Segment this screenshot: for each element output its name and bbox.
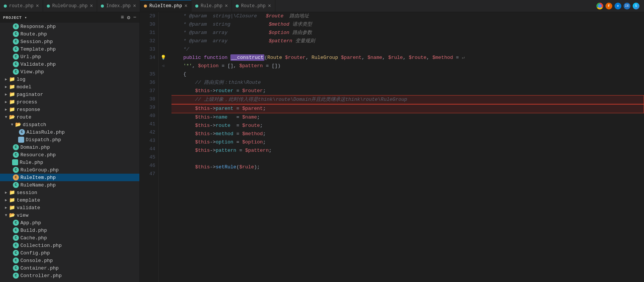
sidebar-label-process: process	[17, 99, 37, 105]
code-line-31: * @param array $option 路由参数	[171, 29, 644, 37]
sidebar-label-aliasrule: AliasRule.php	[26, 129, 65, 135]
code-line-40: $this->name = $name;	[171, 113, 644, 122]
sidebar-settings-icon[interactable]: ⚙	[127, 14, 130, 21]
tab-close-rulegroup[interactable]: ×	[90, 3, 93, 9]
sidebar-item-dispatch-folder[interactable]: ▼ 📂 dispatch	[0, 121, 139, 128]
code-line-42: $this->method = $method;	[171, 130, 644, 138]
arrow-session: ▶	[3, 190, 9, 195]
sidebar-item-session-folder[interactable]: ▶ 📁 session	[0, 189, 139, 196]
folder-icon-session: 📁	[9, 190, 15, 196]
line-numbers: 29 30 31 32 33 34 — 35 36 37 38 39 40 41…	[140, 12, 159, 282]
file-icon-response: C	[13, 23, 19, 29]
sidebar-item-process[interactable]: ▶ 📁 process	[0, 98, 139, 106]
sidebar-item-resource[interactable]: C Resource.php	[0, 151, 139, 159]
sidebar-item-container[interactable]: C Container.php	[0, 264, 139, 272]
sidebar[interactable]: Project ▾ ≡ ⚙ − C Response.php C Route.p…	[0, 12, 140, 282]
tab-close-route2[interactable]: ×	[268, 3, 271, 9]
ie-icon[interactable]: IE	[624, 3, 630, 9]
sidebar-item-aliasrule[interactable]: C AliasRule.php	[0, 128, 139, 136]
tab-close-route[interactable]: ×	[36, 3, 39, 9]
code-line-37: $this->router = $router;	[171, 87, 644, 95]
sidebar-item-validate[interactable]: C Validate.php	[0, 60, 139, 68]
sidebar-collapse-icon[interactable]: ≡	[121, 14, 124, 21]
sidebar-label-log: log	[17, 77, 25, 82]
sidebar-label-resource: Resource.php	[20, 152, 56, 158]
tab-rule-php[interactable]: Rule.php ×	[192, 0, 232, 12]
folder-icon-model: 📁	[9, 84, 15, 90]
tab-route2-php[interactable]: Route.php ×	[232, 0, 275, 12]
gutter-icons: 💡 ◁	[159, 12, 168, 282]
code-line-45	[171, 155, 644, 163]
sidebar-item-app[interactable]: C App.php	[0, 219, 139, 227]
sidebar-item-url[interactable]: C Url.php	[0, 53, 139, 60]
arrow-view: ▼	[3, 213, 9, 217]
sidebar-label-domain: Domain.php	[20, 145, 50, 150]
tab-ruleitem-php[interactable]: RuleItem.php ×	[140, 0, 192, 12]
tab-close-ruleitem[interactable]: ×	[184, 3, 187, 9]
tab-route-php[interactable]: route.php ×	[0, 0, 43, 12]
folder-icon-view: 📂	[9, 212, 15, 218]
tab-dot-rulegroup	[47, 5, 50, 8]
sidebar-item-view[interactable]: C View.php	[0, 68, 139, 76]
sidebar-header: Project ▾ ≡ ⚙ −	[0, 12, 139, 23]
folder-icon-dispatch: 📂	[15, 122, 21, 128]
sidebar-item-validate-folder[interactable]: ▶ 📁 validate	[0, 204, 139, 211]
sidebar-item-config[interactable]: C Config.php	[0, 249, 139, 257]
sidebar-item-build[interactable]: C Build.php	[0, 227, 139, 234]
folder-icon-route: 📂	[9, 114, 15, 120]
sidebar-label-cache: Cache.php	[20, 235, 47, 241]
sidebar-item-view-folder[interactable]: ▼ 📂 view	[0, 211, 139, 219]
edge-icon[interactable]: e	[615, 3, 621, 9]
sidebar-item-session[interactable]: C Session.php	[0, 38, 139, 45]
sidebar-item-collection[interactable]: C Collection.php	[0, 242, 139, 249]
sidebar-item-paginator[interactable]: ▶ 📁 paginator	[0, 91, 139, 98]
tab-close-index[interactable]: ×	[133, 3, 136, 9]
sidebar-item-response-folder[interactable]: ▶ 📁 response	[0, 106, 139, 113]
tab-rulegroup-php[interactable]: RuleGroup.php ×	[43, 0, 97, 12]
sidebar-item-rulegroup[interactable]: C RuleGroup.php	[0, 166, 139, 174]
sidebar-item-template[interactable]: C Template.php	[0, 45, 139, 53]
sidebar-item-route-folder[interactable]: ▼ 📂 route	[0, 113, 139, 121]
code-content: * @param string|\Closure $route 路由地址 * @…	[168, 12, 644, 282]
sidebar-item-console[interactable]: C Console.php	[0, 257, 139, 264]
sidebar-item-route[interactable]: C Route.php	[0, 30, 139, 38]
arrow-model: ▶	[3, 85, 9, 89]
sidebar-item-rulename[interactable]: C RuleName.php	[0, 181, 139, 189]
sidebar-label-controller: Controller.php	[20, 273, 62, 279]
sidebar-item-domain[interactable]: C Domain.php	[0, 143, 139, 151]
tab-index-php[interactable]: Index.php ×	[97, 0, 140, 12]
sidebar-label-container: Container.php	[20, 265, 59, 271]
sidebar-controls: ≡ ⚙ −	[121, 14, 136, 21]
sidebar-item-rule[interactable]: Rule.php	[0, 159, 139, 166]
sidebar-label-rulegroup: RuleGroup.php	[20, 167, 59, 173]
sidebar-label-template-folder: template	[17, 197, 40, 203]
file-icon-ruleitem: C	[13, 174, 19, 180]
tab-close-rule[interactable]: ×	[225, 3, 228, 9]
sidebar-label-session: Session.php	[20, 39, 53, 45]
arrow-route: ▼	[3, 115, 9, 119]
code-editor[interactable]: 29 30 31 32 33 34 — 35 36 37 38 39 40 41…	[140, 12, 644, 282]
firefox-icon[interactable]: F	[605, 3, 612, 9]
sidebar-item-model[interactable]: ▶ 📁 model	[0, 83, 139, 91]
sidebar-item-template-folder[interactable]: ▶ 📁 template	[0, 196, 139, 204]
sidebar-item-log[interactable]: ▶ 📁 log	[0, 76, 139, 83]
sidebar-item-controller[interactable]: C Controller.php	[0, 272, 139, 279]
file-icon-cache: C	[13, 235, 19, 241]
sidebar-item-response[interactable]: C Response.php	[0, 23, 139, 30]
chrome-icon[interactable]	[596, 3, 603, 9]
sidebar-label-console: Console.php	[20, 258, 53, 264]
safari-icon[interactable]: S	[633, 3, 639, 9]
arrow-log: ▶	[3, 77, 9, 82]
arrow-response: ▶	[3, 107, 9, 112]
sidebar-item-cache[interactable]: C Cache.php	[0, 234, 139, 242]
file-icon-controller: C	[13, 273, 19, 279]
sidebar-item-ruleitem[interactable]: C RuleItem.php	[0, 174, 139, 181]
code-line-43: $this->option = $option;	[171, 138, 644, 146]
sidebar-label-app: App.php	[20, 220, 41, 226]
sidebar-label-template: Template.php	[20, 46, 56, 52]
sidebar-item-dispatch[interactable]: Dispatch.php	[0, 136, 139, 143]
arrow-dispatch: ▼	[9, 123, 15, 127]
arrow-validate: ▶	[3, 205, 9, 210]
sidebar-minimize-icon[interactable]: −	[133, 14, 136, 21]
file-icon-dispatch	[18, 137, 24, 143]
